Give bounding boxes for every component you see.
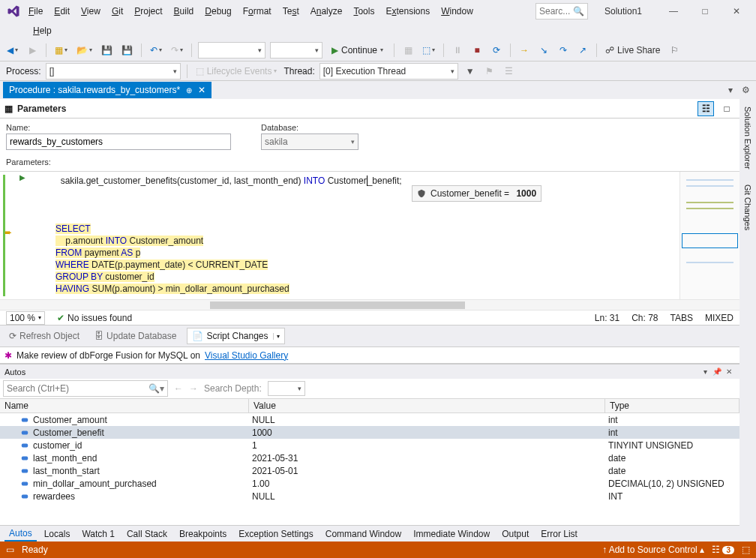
script-changes-button[interactable]: 📄Script Changes▾ bbox=[187, 328, 284, 344]
notifications-button[interactable]: ☷ 3 bbox=[712, 544, 734, 555]
minimap[interactable] bbox=[680, 172, 740, 299]
autos-row[interactable]: last_month_end2021-05-31date bbox=[0, 452, 740, 464]
issues-status[interactable]: ✔ No issues found bbox=[57, 313, 132, 323]
autos-row[interactable]: last_month_start2021-05-01date bbox=[0, 464, 740, 477]
menu-help[interactable]: Help bbox=[28, 24, 56, 38]
close-button[interactable]: ✕ bbox=[722, 1, 752, 22]
live-share-button[interactable]: ☍Live Share bbox=[603, 42, 662, 58]
thread-combo[interactable]: [0] Execution Thread▾ bbox=[320, 63, 458, 80]
autos-close-icon[interactable]: ✕ bbox=[723, 368, 735, 376]
menu-git[interactable]: Git bbox=[107, 4, 128, 18]
promo-link[interactable]: Visual Studio Gallery bbox=[205, 350, 288, 361]
update-database-button[interactable]: 🗄Update Database bbox=[90, 328, 181, 344]
menu-edit[interactable]: Edit bbox=[50, 4, 74, 18]
open-button[interactable]: 📂 bbox=[74, 42, 94, 58]
document-tab[interactable]: Procedure : sakila.rewards_by_customers*… bbox=[3, 82, 212, 98]
menu-analyze[interactable]: Analyze bbox=[306, 4, 347, 18]
side-tab-git-changes[interactable]: Git Changes bbox=[742, 182, 754, 233]
side-tab-solution-explorer[interactable]: Solution Explorer bbox=[742, 104, 754, 172]
refresh-object-button[interactable]: ⟳Refresh Object bbox=[4, 328, 84, 344]
pause-button[interactable]: ⏸ bbox=[450, 42, 465, 58]
code-editor[interactable]: ▶ ➨ sakila.get_customer_benefits(custome… bbox=[0, 172, 740, 299]
menu-build[interactable]: Build bbox=[170, 4, 199, 18]
lifecycle-events-button[interactable]: ⬚Lifecycle Events▾ bbox=[194, 63, 280, 80]
debug-menu-button[interactable]: ⬚ bbox=[420, 42, 437, 58]
stop-button[interactable]: ■ bbox=[470, 42, 484, 58]
editor-scrollbar[interactable] bbox=[0, 299, 740, 310]
show-next-statement-button[interactable]: → bbox=[517, 42, 532, 58]
autos-dropdown-icon[interactable]: ▾ bbox=[699, 368, 711, 376]
flag-thread-button[interactable]: ⚑ bbox=[482, 63, 497, 80]
autos-row[interactable]: min_dollar_amount_purchased1.00DECIMAL(1… bbox=[0, 477, 740, 490]
view-form-button[interactable]: ☷ bbox=[698, 101, 714, 116]
col-type[interactable]: Type bbox=[605, 399, 740, 412]
menu-tools[interactable]: Tools bbox=[349, 4, 379, 18]
menu-debug[interactable]: Debug bbox=[200, 4, 236, 18]
execute-glyph-icon[interactable]: ▶ bbox=[20, 173, 26, 182]
save-button[interactable]: 💾 bbox=[99, 42, 115, 58]
platform-combo[interactable]: ▾ bbox=[270, 42, 322, 58]
search-next-button[interactable]: → bbox=[189, 383, 198, 394]
search-depth-combo[interactable]: ▾ bbox=[268, 381, 305, 396]
step-out-button[interactable]: ↗ bbox=[575, 42, 590, 58]
menu-extensions[interactable]: Extensions bbox=[381, 4, 434, 18]
pin-icon[interactable]: ⊕ bbox=[186, 86, 192, 94]
save-all-button[interactable]: 💾 bbox=[119, 42, 135, 58]
mixed-mode[interactable]: MIXED bbox=[705, 313, 734, 323]
autos-row[interactable]: customer_id1TINYINT UNSIGNED bbox=[0, 439, 740, 452]
step-over-button[interactable]: ↷ bbox=[556, 42, 571, 58]
tab-error-list[interactable]: Error List bbox=[536, 527, 582, 541]
autos-row[interactable]: Customer_amountNULLint bbox=[0, 413, 740, 426]
menu-format[interactable]: Format bbox=[238, 4, 276, 18]
status-extra-button[interactable]: ⬚ bbox=[742, 544, 750, 555]
tab-callstack[interactable]: Call Stack bbox=[122, 527, 172, 541]
config-combo[interactable]: ▾ bbox=[198, 42, 266, 58]
filter-threads-button[interactable]: ▼ bbox=[463, 63, 478, 80]
autos-pin-icon[interactable]: 📌 bbox=[711, 368, 723, 376]
name-input[interactable] bbox=[6, 134, 231, 150]
code-area[interactable]: sakila.get_customer_benefits(customer_id… bbox=[33, 172, 680, 299]
col-value[interactable]: Value bbox=[249, 399, 605, 412]
menu-project[interactable]: Project bbox=[130, 4, 166, 18]
add-source-control-button[interactable]: ↑ Add to Source Control ▴ bbox=[602, 544, 704, 555]
tab-command-window[interactable]: Command Window bbox=[321, 527, 406, 541]
tab-breakpoints[interactable]: Breakpoints bbox=[175, 527, 231, 541]
tab-overflow-button[interactable]: ▾ bbox=[723, 85, 738, 95]
new-project-button[interactable]: ▦ bbox=[52, 42, 70, 58]
stack-frame-button[interactable]: ☰ bbox=[502, 63, 517, 80]
view-maximize-button[interactable]: □ bbox=[718, 101, 735, 116]
tab-output[interactable]: Output bbox=[497, 527, 533, 541]
tab-exception-settings[interactable]: Exception Settings bbox=[234, 527, 317, 541]
col-name[interactable]: Name bbox=[0, 399, 249, 412]
debug-tooltip[interactable]: Customer_benefit = 1000 bbox=[412, 185, 542, 202]
menu-window[interactable]: Window bbox=[436, 4, 478, 18]
tab-settings-button[interactable]: ⚙ bbox=[738, 85, 753, 95]
nav-fwd-button[interactable]: ▶ bbox=[25, 42, 40, 58]
restart-button[interactable]: ⟳ bbox=[489, 42, 504, 58]
maximize-button[interactable]: □ bbox=[690, 1, 720, 22]
search-prev-button[interactable]: ← bbox=[174, 383, 183, 394]
tab-locals[interactable]: Locals bbox=[40, 527, 75, 541]
feedback-button[interactable]: ⚐ bbox=[667, 42, 682, 58]
database-select[interactable]: sakila▾ bbox=[261, 134, 358, 150]
undo-button[interactable]: ↶ bbox=[148, 42, 164, 58]
editor-gutter[interactable]: ▶ ➨ bbox=[0, 172, 33, 299]
zoom-combo[interactable]: 100 %▾ bbox=[6, 311, 45, 325]
process-combo[interactable]: []▾ bbox=[46, 63, 181, 80]
quick-search[interactable]: Searc... 🔍 bbox=[536, 3, 588, 20]
tabs-mode[interactable]: TABS bbox=[670, 313, 693, 323]
close-tab-icon[interactable]: ✕ bbox=[198, 85, 206, 95]
redo-button[interactable]: ↷ bbox=[169, 42, 185, 58]
autos-search[interactable]: Search (Ctrl+E) 🔍▾ bbox=[3, 380, 168, 397]
menu-test[interactable]: Test bbox=[278, 4, 304, 18]
tab-watch1[interactable]: Watch 1 bbox=[77, 527, 119, 541]
tab-autos[interactable]: Autos bbox=[4, 526, 37, 542]
autos-row[interactable]: Customer_benefit1000int bbox=[0, 426, 740, 439]
tab-immediate-window[interactable]: Immediate Window bbox=[409, 527, 494, 541]
menu-file[interactable]: File bbox=[24, 4, 47, 18]
autos-row[interactable]: rewardeesNULLINT bbox=[0, 490, 740, 502]
minimize-button[interactable]: — bbox=[658, 1, 688, 22]
step-into-button[interactable]: ↘ bbox=[536, 42, 551, 58]
continue-button[interactable]: ▶ Continue ▾ bbox=[327, 42, 388, 58]
nav-back-button[interactable]: ◀ bbox=[4, 42, 20, 58]
